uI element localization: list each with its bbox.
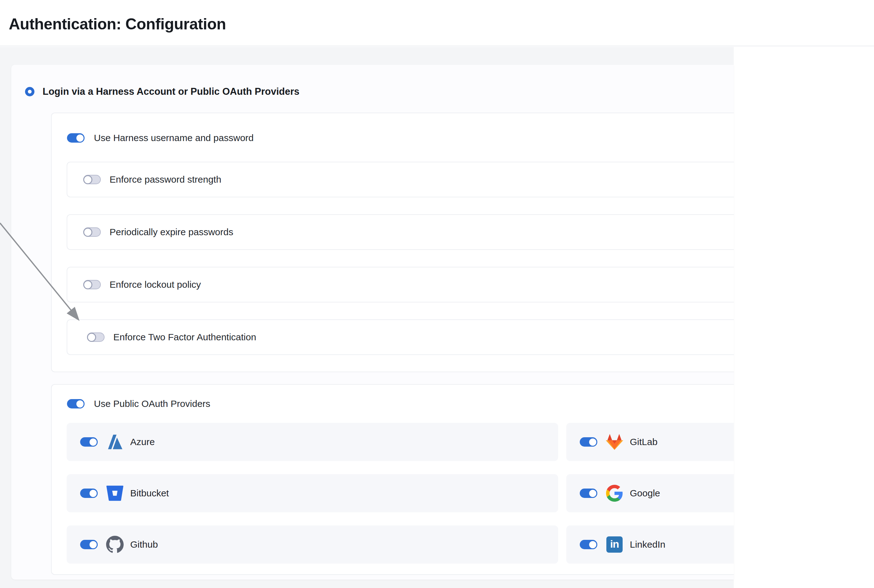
periodically-expire-passwords-row: Periodically expire passwords — [67, 214, 734, 250]
toggle-knob — [588, 540, 597, 549]
github-toggle[interactable] — [80, 540, 98, 549]
toggle-knob — [588, 438, 597, 447]
use-public-oauth-toggle[interactable] — [67, 399, 84, 408]
toggle-knob — [83, 280, 92, 289]
page-title: Authentication: Configuration — [9, 15, 226, 33]
toggle-knob — [83, 228, 92, 237]
harness-login-card: Use Harness username and password Enforc… — [51, 112, 734, 372]
bitbucket-toggle[interactable] — [80, 489, 98, 498]
periodically-expire-passwords-label: Periodically expire passwords — [110, 227, 233, 237]
linkedin-badge-text: in — [606, 536, 623, 553]
enforce-password-strength-toggle[interactable] — [83, 175, 101, 184]
bitbucket-label: Bitbucket — [130, 488, 169, 498]
azure-label: Azure — [130, 436, 155, 447]
authentication-configuration-page: { "header": { "title": "Authentication: … — [0, 0, 874, 588]
toggle-knob — [83, 175, 92, 184]
auth-settings-card: Login via a Harness Account or Public OA… — [11, 65, 734, 579]
provider-row-linkedin: in LinkedIn — [566, 525, 734, 564]
linkedin-label: LinkedIn — [630, 539, 665, 550]
google-label: Google — [630, 488, 660, 498]
use-public-oauth-label: Use Public OAuth Providers — [94, 399, 211, 409]
provider-row-bitbucket: Bitbucket — [67, 474, 558, 512]
enforce-two-factor-toggle[interactable] — [87, 333, 105, 342]
gitlab-icon — [605, 433, 624, 451]
toggle-knob — [87, 333, 96, 342]
provider-row-gitlab: GitLab — [566, 423, 734, 461]
enforce-password-strength-label: Enforce password strength — [110, 174, 221, 185]
gitlab-toggle[interactable] — [580, 437, 597, 447]
content-panel: Login via a Harness Account or Public OA… — [0, 47, 734, 588]
linkedin-toggle[interactable] — [580, 540, 597, 549]
google-icon — [605, 484, 624, 502]
toggle-knob — [75, 134, 84, 142]
use-harness-username-label: Use Harness username and password — [94, 133, 254, 143]
gitlab-label: GitLab — [630, 436, 657, 447]
oauth-providers-card: Use Public OAuth Providers Azure — [51, 384, 734, 575]
toggle-knob — [89, 540, 98, 549]
toggle-knob — [75, 399, 84, 408]
radio-selected-icon[interactable] — [25, 87, 35, 96]
provider-row-github: Github — [67, 525, 558, 564]
use-harness-username-toggle-row: Use Harness username and password — [67, 133, 254, 143]
github-label: Github — [130, 539, 158, 550]
login-method-radio-row[interactable]: Login via a Harness Account or Public OA… — [25, 82, 299, 101]
enforce-two-factor-row: Enforce Two Factor Authentication — [67, 320, 734, 355]
page-header: Authentication: Configuration — [0, 0, 874, 46]
toggle-knob — [588, 489, 597, 498]
enforce-two-factor-label: Enforce Two Factor Authentication — [113, 332, 256, 342]
provider-row-google: Google — [566, 474, 734, 512]
enforce-lockout-policy-label: Enforce lockout policy — [110, 279, 201, 290]
enforce-lockout-policy-row: Enforce lockout policy — [67, 267, 734, 303]
github-icon — [106, 536, 124, 554]
enforce-lockout-policy-toggle[interactable] — [83, 280, 101, 289]
use-harness-username-toggle[interactable] — [67, 133, 84, 142]
periodically-expire-passwords-toggle[interactable] — [83, 227, 101, 237]
toggle-knob — [89, 489, 98, 498]
use-public-oauth-toggle-row: Use Public OAuth Providers — [67, 399, 211, 409]
linkedin-icon: in — [605, 536, 624, 554]
google-toggle[interactable] — [580, 489, 597, 498]
provider-row-azure: Azure — [67, 423, 558, 461]
enforce-password-strength-row: Enforce password strength — [67, 162, 734, 197]
login-method-radio-label: Login via a Harness Account or Public OA… — [42, 86, 299, 97]
toggle-knob — [89, 438, 98, 447]
bitbucket-icon — [106, 484, 124, 502]
azure-icon — [106, 433, 124, 451]
azure-toggle[interactable] — [80, 437, 98, 447]
